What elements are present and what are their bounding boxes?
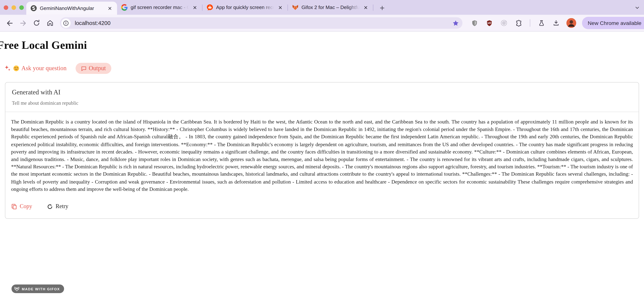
gifox-fox-icon [292,4,298,11]
copy-icon [11,203,17,210]
copy-button[interactable]: Copy [11,203,32,210]
app-tabs: Ask your question Output [4,63,644,74]
tab-title: App for quickly screen record [216,4,274,10]
chrome-update-label: New Chrome available [588,20,641,26]
svg-text:uO: uO [488,21,491,24]
extensions-puzzle-icon[interactable] [514,18,523,27]
tab-output[interactable]: Output [76,63,111,74]
gifox-badge-fox-icon [14,286,20,292]
made-with-gifox-badge[interactable]: MADE WITH GIFOX [12,285,64,293]
copy-label: Copy [20,203,32,210]
tab-google-search[interactable]: gif screen recorder mac - Goo [117,0,202,15]
traffic-lights [4,5,24,10]
tab-output-label: Output [89,65,106,72]
home-button[interactable] [44,17,56,29]
retry-label: Retry [56,203,68,210]
browser-tabs: GeminiNanoWithAngular gif screen recorde… [26,0,387,15]
orbit-extension-icon[interactable] [500,18,508,27]
speech-bubble-icon [81,65,87,71]
card-header: Generated with AI Tell me about dominica… [5,83,638,112]
site-info-icon[interactable] [61,18,70,27]
tab-search-chevron-icon[interactable] [633,3,641,12]
gifox-badge-label: MADE WITH GIFOX [22,287,60,291]
tab-title: gif screen recorder mac - Goo [131,4,188,10]
tab-title: Gifox 2 for Mac – Delightful G [302,4,359,10]
chrome-update-button[interactable]: New Chrome available [582,17,644,29]
address-bar[interactable]: localhost:4200 [60,17,462,29]
browser-window: GeminiNanoWithAngular gif screen recorde… [0,0,644,301]
retry-icon [47,203,53,210]
ublock-origin-icon[interactable]: uO [484,18,494,27]
close-tab-icon[interactable] [277,4,283,11]
smiling-face-icon [13,65,19,71]
sparkles-icon [4,65,11,72]
tab-ask-label: Ask your question [22,65,67,72]
downloads-icon[interactable] [552,18,561,27]
bookmark-star-icon[interactable] [452,19,459,26]
zoom-window-button[interactable] [19,5,24,10]
retry-button[interactable]: Retry [47,203,68,210]
close-tab-icon[interactable] [362,4,369,11]
page-content: Free Local Gemini Ask your question Outp… [0,31,644,301]
tab-separator [373,4,373,11]
reload-button[interactable] [30,17,43,29]
ai-output-card: Generated with AI Tell me about dominica… [5,82,639,219]
browser-toolbar: localhost:4200 uO [0,15,644,32]
card-header-title: Generated with AI [12,89,632,96]
reddit-icon [206,4,213,11]
extensions-row: uO [470,18,576,28]
minimize-window-button[interactable] [12,5,16,10]
card-body: The Dominican Republic is a country loca… [5,112,638,193]
localhost-app-icon [30,5,37,11]
back-button[interactable] [4,17,16,29]
url-text[interactable]: localhost:4200 [75,20,452,26]
page-title: Free Local Gemini [0,31,644,52]
flask-labs-icon[interactable] [537,18,546,27]
close-window-button[interactable] [4,5,8,10]
new-tab-button[interactable] [377,2,387,13]
tab-title: GeminiNanoWithAngular [40,5,104,11]
toolbar-separator [530,19,530,27]
close-tab-icon[interactable] [191,4,198,11]
tab-reddit[interactable]: App for quickly screen record [202,0,288,15]
tab-strip: GeminiNanoWithAngular gif screen recorde… [0,0,644,15]
tab-gemini-nano[interactable]: GeminiNanoWithAngular [26,2,117,15]
ai-response-text: The Dominican Republic is a country loca… [11,118,633,193]
tab-gifox[interactable]: Gifox 2 for Mac – Delightful G [288,0,373,15]
tab-ask-your-question[interactable]: Ask your question [4,65,67,72]
card-actions: Copy Retry [5,193,638,218]
close-tab-icon[interactable] [106,5,113,11]
profile-avatar[interactable] [566,18,576,28]
forward-button[interactable] [17,17,29,29]
google-icon [121,4,128,11]
user-question: Tell me about dominican republic [12,100,632,106]
password-manager-shield-icon[interactable] [470,18,479,27]
